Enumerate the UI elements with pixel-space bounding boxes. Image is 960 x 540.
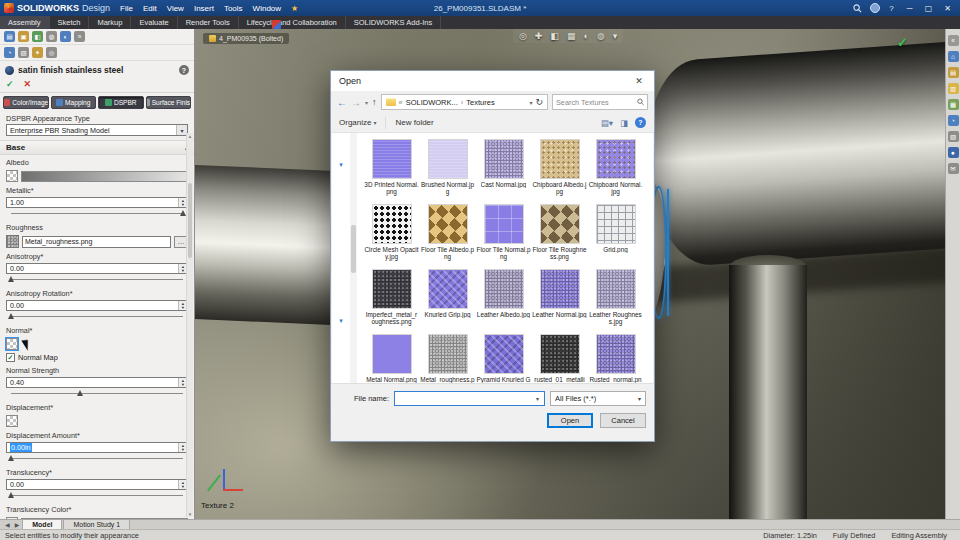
view-orientation-icon[interactable]: ▦ xyxy=(567,31,576,41)
file-name-combo[interactable] xyxy=(394,391,545,406)
user-avatar[interactable] xyxy=(867,1,882,15)
file-item[interactable]: Cast Normal.jpg xyxy=(476,139,531,202)
translucency-input[interactable]: 0.00 xyxy=(6,479,188,490)
propertymanager-icon[interactable]: ▣ xyxy=(18,31,29,42)
file-item[interactable]: rusted_01_metallic.png xyxy=(532,334,587,383)
displacement-texture-button[interactable] xyxy=(6,415,18,427)
zoom-fit-icon[interactable]: ◎ xyxy=(519,31,527,41)
confirmation-corner-check-icon[interactable]: ✓ xyxy=(897,35,908,50)
file-item[interactable]: Chipboard Albedo.jpg xyxy=(532,139,587,202)
model-tab[interactable]: Model xyxy=(22,519,62,529)
file-type-select[interactable]: All Files (*.*) xyxy=(550,391,646,406)
menu-item[interactable]: Insert xyxy=(190,3,218,14)
featuremanager-tree-icon[interactable]: ▤ xyxy=(4,31,15,42)
organize-button[interactable]: Organize xyxy=(339,118,376,127)
pane-expand-icon[interactable]: » xyxy=(74,31,85,42)
collapse-taskpane-icon[interactable]: « xyxy=(948,35,959,46)
scroll-up-icon[interactable]: ▴ xyxy=(187,133,193,139)
file-item[interactable]: Chipboard Normal.jpg xyxy=(588,139,643,202)
appearance-tab[interactable]: Surface Finish xyxy=(146,96,192,109)
model-support-leg[interactable] xyxy=(729,265,807,519)
view-palette-icon[interactable]: ▦ xyxy=(948,99,959,110)
messages-icon[interactable]: ✉ xyxy=(948,163,959,174)
forward-icon[interactable]: → xyxy=(351,97,361,108)
ok-button[interactable]: ✓ xyxy=(6,79,14,89)
cancel-x-button[interactable]: ✕ xyxy=(24,79,32,89)
cancel-button[interactable]: Cancel xyxy=(600,413,646,428)
scroll-down-icon[interactable]: ▾ xyxy=(187,511,193,517)
close-button[interactable]: ✕ xyxy=(939,1,956,15)
file-item[interactable]: Leather Normal.jpg xyxy=(532,269,587,332)
roughness-file-name[interactable]: Metal_roughness.png xyxy=(22,236,171,248)
selected-silhouette-edge[interactable] xyxy=(667,189,669,316)
scrollbar-thumb[interactable] xyxy=(188,183,192,258)
design-library-icon[interactable]: ▤ xyxy=(948,67,959,78)
normal-strength-input[interactable]: 0.40 xyxy=(6,377,188,388)
up-one-level-icon[interactable]: ↑ xyxy=(372,97,377,107)
view-mode-icon[interactable]: ▤▾ xyxy=(601,118,613,128)
floating-document-tab[interactable]: 4_PM00935 (Bolted) xyxy=(203,33,289,44)
menu-item[interactable]: Edit xyxy=(139,3,161,14)
address-bar[interactable]: « SOLIDWORK... › Textures ↻ xyxy=(381,94,548,110)
view-settings-dropdown-icon[interactable]: ▾ xyxy=(613,31,618,41)
anisotropy-slider[interactable] xyxy=(11,276,183,283)
anisotropy-input[interactable]: 0.00 xyxy=(6,263,188,274)
file-item[interactable]: Floor Tile Normal.png xyxy=(476,204,531,267)
file-item[interactable]: Brushed Normal.jpg xyxy=(420,139,475,202)
open-button[interactable]: Open xyxy=(547,413,593,428)
preview-pane-icon[interactable]: ◨ xyxy=(620,118,628,128)
tree-chevron-down-icon-2[interactable]: ▾ xyxy=(339,317,343,325)
history-dropdown-icon[interactable] xyxy=(365,98,368,107)
appearances-scenes-icon[interactable]: ◔ xyxy=(948,115,959,126)
zoom-area-icon[interactable]: ✚ xyxy=(535,31,543,41)
file-item[interactable]: Circle Mesh Opacity.jpg xyxy=(364,204,419,267)
commandmanager-tab[interactable]: Assembly xyxy=(0,16,50,29)
commandmanager-tab[interactable]: Sketch xyxy=(50,16,90,29)
appearance-tab[interactable]: Mapping xyxy=(51,96,97,109)
file-item[interactable]: Floor Tile Roughness.png xyxy=(532,204,587,267)
metallic-slider[interactable] xyxy=(11,210,183,217)
tree-chevron-down-icon[interactable]: ▾ xyxy=(339,161,343,169)
normal-texture-button[interactable] xyxy=(6,338,18,350)
file-item[interactable]: Leather Albedo.jpg xyxy=(476,269,531,332)
model-tab[interactable]: Motion Study 1 xyxy=(63,519,130,529)
search-box[interactable] xyxy=(552,94,648,110)
file-item[interactable]: Knurled Grip.jpg xyxy=(420,269,475,332)
folder-tree-pane[interactable]: ▾ ▾ xyxy=(332,133,350,383)
base-section-header[interactable]: Base ▴ xyxy=(0,140,194,155)
anisotropy-rotation-input[interactable]: 0.00 xyxy=(6,300,188,311)
maximize-button[interactable]: ▢ xyxy=(920,1,937,15)
albedo-color-swatch[interactable] xyxy=(21,171,188,182)
refresh-icon[interactable]: ↻ xyxy=(535,97,543,107)
dialog-help-icon[interactable]: ? xyxy=(635,117,646,128)
breadcrumb-current[interactable]: Textures xyxy=(466,98,494,107)
dialog-close-icon[interactable]: ✕ xyxy=(624,71,654,91)
commandmanager-tab[interactable]: SOLIDWORKS Add-Ins xyxy=(346,16,441,29)
normal-map-checkbox[interactable]: ✓ xyxy=(6,353,15,362)
hide-show-icon[interactable]: ◍ xyxy=(597,31,605,41)
search-input[interactable] xyxy=(556,98,637,107)
decals-tab-icon[interactable]: ▧ xyxy=(18,47,29,58)
anisotropy-rotation-slider[interactable] xyxy=(11,313,183,320)
panel-help-icon[interactable]: ? xyxy=(179,65,189,75)
forum-icon[interactable]: ● xyxy=(948,147,959,158)
menu-item[interactable]: View xyxy=(163,3,188,14)
displaymanager-icon[interactable]: ◐ xyxy=(60,31,71,42)
file-item[interactable]: Metal Normal.png xyxy=(364,334,419,383)
back-icon[interactable]: ← xyxy=(337,97,347,108)
custom-properties-icon[interactable]: ▧ xyxy=(948,131,959,142)
model-rear-cylinder[interactable] xyxy=(640,41,945,269)
appearance-tab[interactable]: Color/Image xyxy=(3,96,49,109)
file-item[interactable]: Leather Roughness.jpg xyxy=(588,269,643,332)
section-view-icon[interactable]: ◧ xyxy=(550,31,559,41)
file-item[interactable]: Metal_roughness.png xyxy=(420,334,475,383)
minimize-button[interactable]: ─ xyxy=(901,1,918,15)
tab-scroll-left-icon[interactable]: ◀ xyxy=(3,521,12,528)
appearances-tab-icon[interactable]: ◔ xyxy=(4,47,15,58)
normal-strength-slider[interactable] xyxy=(11,390,183,397)
commandmanager-tab[interactable]: Lifecycle and Collaboration xyxy=(239,16,346,29)
translucency-slider[interactable] xyxy=(11,492,183,499)
tab-scroll-right-icon[interactable]: ▶ xyxy=(13,521,22,528)
dialog-title-bar[interactable]: Open ✕ xyxy=(331,71,654,91)
tree-scrollbar-thumb[interactable] xyxy=(351,225,356,273)
